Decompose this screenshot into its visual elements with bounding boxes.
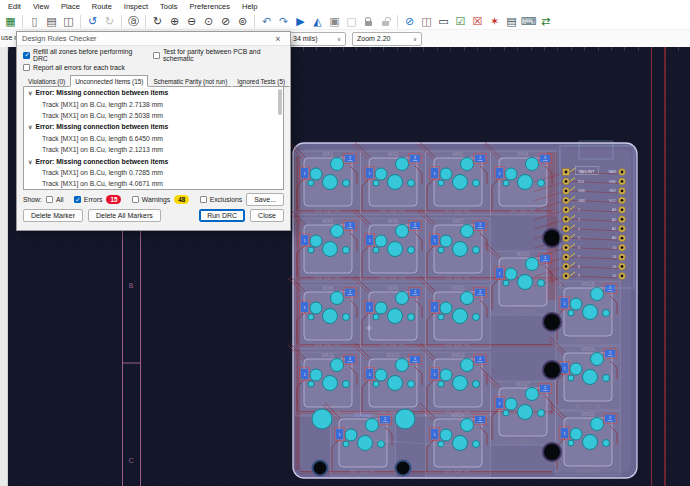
footprint-mx12[interactable]: 12GNDMX12MX_SW_HS — [353, 343, 426, 416]
scrollbar-thumb[interactable] — [278, 89, 282, 115]
menu-item-tools[interactable]: Tools — [154, 1, 184, 12]
update-pcb-icon[interactable]: ▭ — [436, 14, 451, 29]
error-item[interactable]: Track [MX1] on B.Cu, length 2.1213 mm — [24, 144, 283, 155]
unlock-icon[interactable] — [378, 14, 393, 29]
checkbox-schematic-parity[interactable]: Test for parity between PCB and schemati… — [153, 48, 284, 62]
svg-text:A0: A0 — [612, 236, 616, 240]
footprint-mx20[interactable]: 12GNDMX20MX_SW_HS — [548, 402, 621, 475]
footprint-mx14[interactable]: 12GNDMX14MX_SW_HS — [418, 403, 491, 476]
checkbox-box[interactable] — [153, 52, 160, 59]
zoom-out-icon[interactable]: ⊖ — [184, 14, 199, 29]
error-item[interactable]: Track [MX1] on B.Cu, length 2.5038 mm — [24, 110, 283, 121]
menu-item-help[interactable]: Help — [236, 1, 263, 12]
net-inspector-icon[interactable]: ✶ — [487, 14, 502, 29]
error-group-header[interactable]: ∨Error: Missing connection between items — [24, 155, 283, 166]
checkbox-box[interactable] — [74, 196, 81, 203]
redo-icon[interactable]: ↻ — [102, 14, 117, 29]
checkbox-report-all-errors[interactable]: Report all errors for each track — [23, 64, 125, 71]
mirror-icon[interactable]: ◭ — [310, 14, 325, 29]
lock-icon[interactable] — [361, 14, 376, 29]
expander-icon[interactable]: ∨ — [28, 158, 32, 165]
zoom-selection-icon[interactable]: ⊚ — [235, 14, 250, 29]
footprint-mx8[interactable]: 12GNDMX8MX_SW_HS — [288, 276, 361, 349]
violations-list[interactable]: ∨Error: Missing connection between items… — [23, 87, 284, 190]
delete-marker-button[interactable]: Delete Marker — [23, 209, 83, 222]
menu-item-edit[interactable]: Edit — [2, 1, 27, 12]
appearance-panel-icon[interactable]: ▤ — [504, 14, 519, 29]
menu-item-inspect[interactable]: Inspect — [118, 1, 154, 12]
footprint-mx16[interactable]: 12GNDMX16MX_SW_HS — [483, 242, 556, 315]
dialog-titlebar[interactable]: Design Rules Checker × — [17, 32, 290, 46]
erc-list-icon[interactable]: ☒ — [470, 14, 485, 29]
footprint-checker-icon[interactable]: ◫ — [419, 14, 434, 29]
find-icon[interactable]: ⓐ — [126, 14, 141, 29]
zoom-fit-page-icon[interactable]: ⊙ — [201, 14, 216, 29]
drc-check-icon[interactable]: ☑ — [453, 14, 468, 29]
tab-unconnected-items-15[interactable]: Unconnected Items (15) — [70, 75, 148, 87]
footprint-mx10[interactable]: 12GNDMX10MX_SW_HS — [418, 276, 491, 349]
footprint-mx6[interactable]: 12GNDMX6MX_SW_HS — [353, 209, 426, 282]
plot-icon[interactable]: ◫ — [61, 14, 76, 29]
scripting-console-icon[interactable]: ⌨ — [521, 14, 536, 29]
tab-violations-0[interactable]: Violations (0) — [23, 75, 70, 87]
footprint-mx7[interactable]: 12GNDMX7MX_SW_HS — [418, 209, 491, 282]
footprint-mx17[interactable]: 12GNDMX17MX_SW_HS — [483, 372, 556, 445]
menu-item-preferences[interactable]: Preferences — [184, 1, 236, 12]
pcb-board[interactable]: 12GNDMX1MX_SW_HS12GNDMX2MX_SW_HS12GNDMX3… — [288, 141, 637, 478]
rotate-cw-icon[interactable]: ↷ — [276, 14, 291, 29]
close-icon[interactable]: × — [271, 34, 285, 44]
checkbox-show-warnings[interactable]: Warnings — [132, 196, 170, 203]
footprint-mx2[interactable]: 12GNDMX2MX_SW_HS — [353, 142, 426, 215]
error-group-header[interactable]: ∨Error: Missing connection between items — [24, 121, 283, 132]
footprint-mx11[interactable]: 12GNDMX11MX_SW_HS — [288, 343, 361, 416]
run-drc-button[interactable]: Run DRC — [199, 209, 245, 222]
group-icon[interactable]: ▣ — [327, 14, 342, 29]
menu-item-place[interactable]: Place — [55, 1, 86, 12]
menu-item-route[interactable]: Route — [86, 1, 118, 12]
save-button[interactable]: Save... — [246, 193, 284, 206]
checkbox-box[interactable] — [23, 52, 30, 59]
error-item[interactable]: Track [MX1] on B.Cu, length 0.7285 mm — [24, 167, 283, 178]
error-group-header[interactable]: ∨Error: Missing connection between items — [24, 87, 283, 98]
refresh-view-icon[interactable]: ↻ — [150, 14, 165, 29]
checkbox-refill-zones[interactable]: Refill all zones before performing DRC — [23, 48, 141, 62]
zoom-combo[interactable]: Zoom 2.20 ∨ — [352, 32, 422, 46]
checkbox-box[interactable] — [132, 196, 139, 203]
checkbox-box[interactable] — [200, 196, 207, 203]
flip-board-icon[interactable]: ▶ — [293, 14, 308, 29]
error-item[interactable]: Track [MX1] on B.Cu, length 4.0671 mm — [24, 178, 283, 189]
zoom-fit-objects-icon[interactable]: ⊘ — [218, 14, 233, 29]
footprint-mx18[interactable]: 12GNDMX18MX_SW_HS — [548, 272, 621, 345]
tab-schematic-parity-not-run[interactable]: Schematic Parity (not run) — [148, 75, 232, 87]
footprint-mx3[interactable]: 12GNDMX3MX_SW_HS — [418, 142, 491, 215]
swap-layers-icon[interactable]: ⇄ — [538, 14, 553, 29]
footprint-mx1[interactable]: 12GNDMX1MX_SW_HS — [288, 142, 361, 215]
undo-icon[interactable]: ↺ — [85, 14, 100, 29]
checkbox-box[interactable] — [23, 64, 30, 71]
checkbox-show-errors[interactable]: Errors — [74, 196, 103, 203]
delete-all-markers-button[interactable]: Delete All Markers — [88, 209, 161, 222]
expander-icon[interactable]: ∨ — [28, 123, 32, 130]
close-button[interactable]: Close — [250, 209, 284, 222]
board-setup-icon[interactable]: ▦ — [3, 14, 18, 29]
footprint-mxstab[interactable]: 12GNDMXstabMX_SW_HS — [323, 403, 396, 476]
checkbox-show-all[interactable]: All — [46, 196, 64, 203]
ungroup-icon[interactable]: ▢ — [344, 14, 359, 29]
new-board-icon[interactable]: ▯ — [27, 14, 42, 29]
ratsnest-icon[interactable]: ⊘ — [402, 14, 417, 29]
zoom-in-icon[interactable]: ⊕ — [167, 14, 182, 29]
tab-ignored-tests-5[interactable]: Ignored Tests (5) — [232, 75, 290, 87]
expander-icon[interactable]: ∨ — [28, 89, 32, 96]
checkbox-box[interactable] — [46, 196, 53, 203]
menu-item-view[interactable]: View — [27, 1, 55, 12]
footprint-mx13[interactable]: 12GNDMX13MX_SW_HS — [418, 343, 491, 416]
footprint-mx5[interactable]: 12GNDMX5MX_SW_HS — [288, 209, 361, 282]
track-width-combo[interactable]: 34 mils) ∨ — [288, 32, 346, 46]
footprint-mx4[interactable]: 12GNDMX4MX_SW_HS — [483, 142, 556, 215]
checkbox-show-exclusions[interactable]: Exclusions — [200, 196, 243, 203]
rotate-ccw-icon[interactable]: ↶ — [259, 14, 274, 29]
error-item[interactable]: Track [MX1] on B.Cu, length 6.6450 mm — [24, 133, 283, 144]
error-item[interactable]: Track [MX1] on B.Cu, length 2.7138 mm — [24, 98, 283, 109]
footprint-mx9[interactable]: 12GNDMX9MX_SW_HS — [353, 276, 426, 349]
print-icon[interactable]: ▤ — [44, 14, 59, 29]
